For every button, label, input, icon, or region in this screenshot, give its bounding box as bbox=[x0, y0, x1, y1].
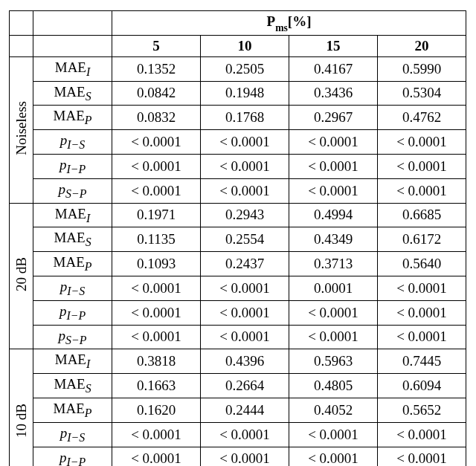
cell-0-4-3: < 0.0001 bbox=[378, 154, 466, 178]
cell-2-3-1: < 0.0001 bbox=[201, 422, 289, 447]
group-label-1: 20 dB bbox=[10, 203, 33, 349]
cell-2-1-3: 0.6094 bbox=[378, 374, 466, 398]
row-label-1-5: pS−P bbox=[33, 325, 112, 349]
row-label-2-0: MAEI bbox=[33, 349, 112, 374]
cell-2-2-0: 0.1620 bbox=[112, 398, 201, 422]
cell-1-5-3: < 0.0001 bbox=[378, 325, 466, 349]
cell-1-3-3: < 0.0001 bbox=[378, 276, 466, 300]
header-title: Pms[%] bbox=[112, 11, 466, 36]
cell-2-3-2: < 0.0001 bbox=[289, 422, 378, 447]
cell-2-1-2: 0.4805 bbox=[289, 374, 378, 398]
cell-1-2-2: 0.3713 bbox=[289, 252, 378, 276]
row-label-0-3: pI−S bbox=[33, 130, 112, 155]
cell-2-3-0: < 0.0001 bbox=[112, 422, 201, 447]
cell-1-3-0: < 0.0001 bbox=[112, 276, 201, 300]
row-label-0-1: MAES bbox=[33, 81, 112, 106]
cell-0-1-0: 0.0842 bbox=[112, 81, 201, 106]
cell-1-5-0: < 0.0001 bbox=[112, 325, 201, 349]
cell-1-0-1: 0.2943 bbox=[201, 203, 289, 227]
cell-0-3-3: < 0.0001 bbox=[378, 130, 466, 155]
cell-2-2-2: 0.4052 bbox=[289, 398, 378, 422]
cell-0-2-3: 0.4762 bbox=[378, 106, 466, 130]
cell-1-0-2: 0.4994 bbox=[289, 203, 378, 227]
cell-0-1-3: 0.5304 bbox=[378, 81, 466, 106]
cell-0-2-0: 0.0832 bbox=[112, 106, 201, 130]
cell-2-4-1: < 0.0001 bbox=[201, 447, 289, 466]
cell-0-0-3: 0.5990 bbox=[378, 56, 466, 81]
cell-0-0-2: 0.4167 bbox=[289, 56, 378, 81]
cell-0-5-0: < 0.0001 bbox=[112, 178, 201, 203]
cell-1-2-1: 0.2437 bbox=[201, 252, 289, 276]
cell-1-1-3: 0.6172 bbox=[378, 227, 466, 252]
cell-0-4-2: < 0.0001 bbox=[289, 154, 378, 178]
header-blank-1 bbox=[10, 11, 33, 36]
cell-0-3-2: < 0.0001 bbox=[289, 130, 378, 155]
cell-1-4-2: < 0.0001 bbox=[289, 300, 378, 325]
cell-2-0-1: 0.4396 bbox=[201, 349, 289, 374]
row-label-0-2: MAEP bbox=[33, 106, 112, 130]
group-label-text-1: 20 dB bbox=[13, 257, 30, 291]
header-blank-3 bbox=[10, 35, 33, 56]
row-label-2-2: MAEP bbox=[33, 398, 112, 422]
cell-1-1-1: 0.2554 bbox=[201, 227, 289, 252]
cell-2-4-0: < 0.0001 bbox=[112, 447, 201, 466]
cell-1-5-1: < 0.0001 bbox=[201, 325, 289, 349]
cell-2-0-2: 0.5963 bbox=[289, 349, 378, 374]
cell-1-1-2: 0.4349 bbox=[289, 227, 378, 252]
cell-1-2-3: 0.5640 bbox=[378, 252, 466, 276]
cell-0-5-2: < 0.0001 bbox=[289, 178, 378, 203]
group-label-text-2: 10 dB bbox=[13, 404, 30, 438]
cell-0-3-0: < 0.0001 bbox=[112, 130, 201, 155]
row-label-2-4: pI−P bbox=[33, 447, 112, 466]
results-table: Pms[%]5101520NoiselessMAEI0.13520.25050.… bbox=[9, 10, 466, 466]
header-col-2: 15 bbox=[289, 35, 378, 56]
group-label-2: 10 dB bbox=[10, 349, 33, 466]
header-blank-2 bbox=[33, 11, 112, 36]
cell-1-0-3: 0.6685 bbox=[378, 203, 466, 227]
cell-1-4-1: < 0.0001 bbox=[201, 300, 289, 325]
cell-1-0-0: 0.1971 bbox=[112, 203, 201, 227]
header-col-1: 10 bbox=[201, 35, 289, 56]
row-label-2-3: pI−S bbox=[33, 422, 112, 447]
cell-1-5-2: < 0.0001 bbox=[289, 325, 378, 349]
row-label-1-3: pI−S bbox=[33, 276, 112, 300]
cell-2-4-3: < 0.0001 bbox=[378, 447, 466, 466]
cell-0-0-0: 0.1352 bbox=[112, 56, 201, 81]
row-label-1-2: MAEP bbox=[33, 252, 112, 276]
cell-1-3-2: 0.0001 bbox=[289, 276, 378, 300]
cell-0-0-1: 0.2505 bbox=[201, 56, 289, 81]
cell-0-2-1: 0.1768 bbox=[201, 106, 289, 130]
cell-0-2-2: 0.2967 bbox=[289, 106, 378, 130]
cell-1-2-0: 0.1093 bbox=[112, 252, 201, 276]
row-label-0-5: pS−P bbox=[33, 178, 112, 203]
cell-2-0-0: 0.3818 bbox=[112, 349, 201, 374]
header-col-3: 20 bbox=[378, 35, 466, 56]
cell-2-1-1: 0.2664 bbox=[201, 374, 289, 398]
cell-0-3-1: < 0.0001 bbox=[201, 130, 289, 155]
cell-2-2-1: 0.2444 bbox=[201, 398, 289, 422]
header-col-0: 5 bbox=[112, 35, 201, 56]
row-label-1-0: MAEI bbox=[33, 203, 112, 227]
row-label-0-4: pI−P bbox=[33, 154, 112, 178]
cell-0-5-1: < 0.0001 bbox=[201, 178, 289, 203]
cell-1-1-0: 0.1135 bbox=[112, 227, 201, 252]
header-blank-4 bbox=[33, 35, 112, 56]
cell-0-1-1: 0.1948 bbox=[201, 81, 289, 106]
cell-0-4-1: < 0.0001 bbox=[201, 154, 289, 178]
row-label-2-1: MAES bbox=[33, 374, 112, 398]
row-label-1-1: MAES bbox=[33, 227, 112, 252]
cell-2-1-0: 0.1663 bbox=[112, 374, 201, 398]
cell-0-5-3: < 0.0001 bbox=[378, 178, 466, 203]
cell-1-4-3: < 0.0001 bbox=[378, 300, 466, 325]
cell-0-1-2: 0.3436 bbox=[289, 81, 378, 106]
cell-0-4-0: < 0.0001 bbox=[112, 154, 201, 178]
cell-2-3-3: < 0.0001 bbox=[378, 422, 466, 447]
cell-2-4-2: < 0.0001 bbox=[289, 447, 378, 466]
group-label-0: Noiseless bbox=[10, 56, 33, 203]
cell-1-3-1: < 0.0001 bbox=[201, 276, 289, 300]
group-label-text-0: Noiseless bbox=[13, 101, 30, 155]
row-label-1-4: pI−P bbox=[33, 300, 112, 325]
row-label-0-0: MAEI bbox=[33, 56, 112, 81]
cell-1-4-0: < 0.0001 bbox=[112, 300, 201, 325]
cell-2-0-3: 0.7445 bbox=[378, 349, 466, 374]
